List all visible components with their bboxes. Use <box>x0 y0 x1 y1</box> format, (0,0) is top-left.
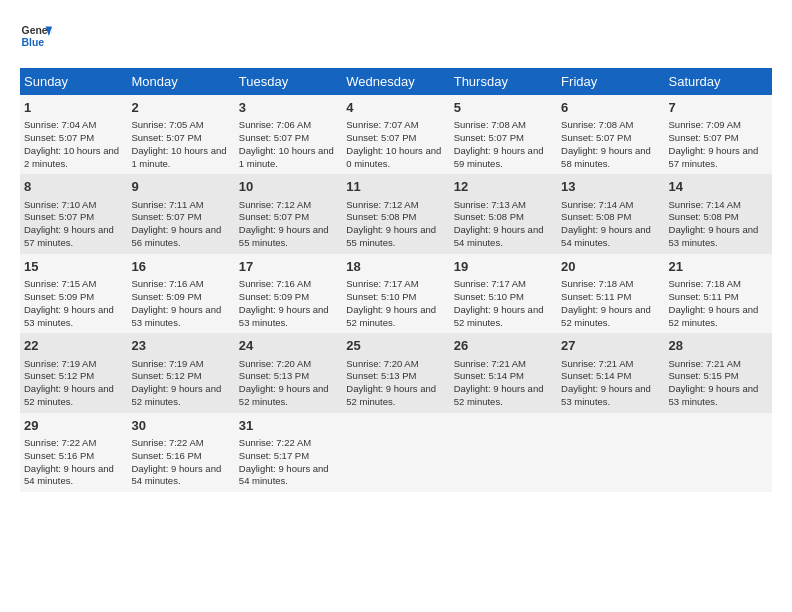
weekday-header-row: SundayMondayTuesdayWednesdayThursdayFrid… <box>20 68 772 95</box>
page-header: General Blue <box>20 20 772 52</box>
day-info: Sunrise: 7:12 AMSunset: 5:07 PMDaylight:… <box>239 199 338 250</box>
day-info: Sunrise: 7:18 AMSunset: 5:11 PMDaylight:… <box>561 278 660 329</box>
day-number: 5 <box>454 99 553 117</box>
week-row-1: 1Sunrise: 7:04 AMSunset: 5:07 PMDaylight… <box>20 95 772 174</box>
day-cell: 8Sunrise: 7:10 AMSunset: 5:07 PMDaylight… <box>20 174 127 253</box>
day-number: 20 <box>561 258 660 276</box>
day-info: Sunrise: 7:12 AMSunset: 5:08 PMDaylight:… <box>346 199 445 250</box>
day-number: 26 <box>454 337 553 355</box>
day-number: 23 <box>131 337 230 355</box>
day-number: 1 <box>24 99 123 117</box>
day-info: Sunrise: 7:20 AMSunset: 5:13 PMDaylight:… <box>346 358 445 409</box>
day-number: 4 <box>346 99 445 117</box>
day-cell: 3Sunrise: 7:06 AMSunset: 5:07 PMDaylight… <box>235 95 342 174</box>
week-row-3: 15Sunrise: 7:15 AMSunset: 5:09 PMDayligh… <box>20 254 772 333</box>
day-number: 31 <box>239 417 338 435</box>
calendar-table: SundayMondayTuesdayWednesdayThursdayFrid… <box>20 68 772 492</box>
day-cell: 24Sunrise: 7:20 AMSunset: 5:13 PMDayligh… <box>235 333 342 412</box>
day-info: Sunrise: 7:05 AMSunset: 5:07 PMDaylight:… <box>131 119 230 170</box>
day-number: 27 <box>561 337 660 355</box>
day-info: Sunrise: 7:04 AMSunset: 5:07 PMDaylight:… <box>24 119 123 170</box>
day-info: Sunrise: 7:07 AMSunset: 5:07 PMDaylight:… <box>346 119 445 170</box>
day-cell: 17Sunrise: 7:16 AMSunset: 5:09 PMDayligh… <box>235 254 342 333</box>
day-number: 3 <box>239 99 338 117</box>
day-number: 13 <box>561 178 660 196</box>
day-number: 18 <box>346 258 445 276</box>
day-number: 8 <box>24 178 123 196</box>
day-cell: 2Sunrise: 7:05 AMSunset: 5:07 PMDaylight… <box>127 95 234 174</box>
weekday-header-thursday: Thursday <box>450 68 557 95</box>
day-info: Sunrise: 7:21 AMSunset: 5:14 PMDaylight:… <box>561 358 660 409</box>
day-cell: 6Sunrise: 7:08 AMSunset: 5:07 PMDaylight… <box>557 95 664 174</box>
day-cell: 18Sunrise: 7:17 AMSunset: 5:10 PMDayligh… <box>342 254 449 333</box>
day-info: Sunrise: 7:16 AMSunset: 5:09 PMDaylight:… <box>239 278 338 329</box>
svg-text:Blue: Blue <box>22 37 45 48</box>
day-info: Sunrise: 7:11 AMSunset: 5:07 PMDaylight:… <box>131 199 230 250</box>
weekday-header-friday: Friday <box>557 68 664 95</box>
day-info: Sunrise: 7:20 AMSunset: 5:13 PMDaylight:… <box>239 358 338 409</box>
day-cell: 9Sunrise: 7:11 AMSunset: 5:07 PMDaylight… <box>127 174 234 253</box>
day-cell: 14Sunrise: 7:14 AMSunset: 5:08 PMDayligh… <box>665 174 772 253</box>
day-info: Sunrise: 7:13 AMSunset: 5:08 PMDaylight:… <box>454 199 553 250</box>
day-cell: 16Sunrise: 7:16 AMSunset: 5:09 PMDayligh… <box>127 254 234 333</box>
day-info: Sunrise: 7:21 AMSunset: 5:14 PMDaylight:… <box>454 358 553 409</box>
day-info: Sunrise: 7:19 AMSunset: 5:12 PMDaylight:… <box>131 358 230 409</box>
day-cell: 28Sunrise: 7:21 AMSunset: 5:15 PMDayligh… <box>665 333 772 412</box>
day-number: 28 <box>669 337 768 355</box>
day-cell: 4Sunrise: 7:07 AMSunset: 5:07 PMDaylight… <box>342 95 449 174</box>
day-cell: 29Sunrise: 7:22 AMSunset: 5:16 PMDayligh… <box>20 413 127 492</box>
day-number: 17 <box>239 258 338 276</box>
day-cell: 7Sunrise: 7:09 AMSunset: 5:07 PMDaylight… <box>665 95 772 174</box>
day-info: Sunrise: 7:19 AMSunset: 5:12 PMDaylight:… <box>24 358 123 409</box>
day-number: 22 <box>24 337 123 355</box>
day-cell: 20Sunrise: 7:18 AMSunset: 5:11 PMDayligh… <box>557 254 664 333</box>
day-info: Sunrise: 7:21 AMSunset: 5:15 PMDaylight:… <box>669 358 768 409</box>
day-cell: 25Sunrise: 7:20 AMSunset: 5:13 PMDayligh… <box>342 333 449 412</box>
weekday-header-monday: Monday <box>127 68 234 95</box>
day-info: Sunrise: 7:08 AMSunset: 5:07 PMDaylight:… <box>454 119 553 170</box>
week-row-2: 8Sunrise: 7:10 AMSunset: 5:07 PMDaylight… <box>20 174 772 253</box>
day-cell: 27Sunrise: 7:21 AMSunset: 5:14 PMDayligh… <box>557 333 664 412</box>
weekday-header-sunday: Sunday <box>20 68 127 95</box>
day-cell: 21Sunrise: 7:18 AMSunset: 5:11 PMDayligh… <box>665 254 772 333</box>
day-cell: 11Sunrise: 7:12 AMSunset: 5:08 PMDayligh… <box>342 174 449 253</box>
day-info: Sunrise: 7:10 AMSunset: 5:07 PMDaylight:… <box>24 199 123 250</box>
day-cell: 13Sunrise: 7:14 AMSunset: 5:08 PMDayligh… <box>557 174 664 253</box>
day-info: Sunrise: 7:22 AMSunset: 5:16 PMDaylight:… <box>24 437 123 488</box>
day-cell: 30Sunrise: 7:22 AMSunset: 5:16 PMDayligh… <box>127 413 234 492</box>
day-number: 30 <box>131 417 230 435</box>
weekday-header-tuesday: Tuesday <box>235 68 342 95</box>
day-cell <box>665 413 772 492</box>
day-cell <box>342 413 449 492</box>
day-info: Sunrise: 7:14 AMSunset: 5:08 PMDaylight:… <box>669 199 768 250</box>
day-cell: 26Sunrise: 7:21 AMSunset: 5:14 PMDayligh… <box>450 333 557 412</box>
day-cell: 22Sunrise: 7:19 AMSunset: 5:12 PMDayligh… <box>20 333 127 412</box>
day-info: Sunrise: 7:15 AMSunset: 5:09 PMDaylight:… <box>24 278 123 329</box>
day-number: 2 <box>131 99 230 117</box>
day-info: Sunrise: 7:16 AMSunset: 5:09 PMDaylight:… <box>131 278 230 329</box>
day-number: 6 <box>561 99 660 117</box>
day-info: Sunrise: 7:14 AMSunset: 5:08 PMDaylight:… <box>561 199 660 250</box>
day-cell: 31Sunrise: 7:22 AMSunset: 5:17 PMDayligh… <box>235 413 342 492</box>
day-info: Sunrise: 7:17 AMSunset: 5:10 PMDaylight:… <box>454 278 553 329</box>
day-cell: 10Sunrise: 7:12 AMSunset: 5:07 PMDayligh… <box>235 174 342 253</box>
day-number: 11 <box>346 178 445 196</box>
logo: General Blue <box>20 20 56 52</box>
day-cell: 15Sunrise: 7:15 AMSunset: 5:09 PMDayligh… <box>20 254 127 333</box>
day-number: 12 <box>454 178 553 196</box>
day-cell <box>557 413 664 492</box>
day-number: 15 <box>24 258 123 276</box>
weekday-header-wednesday: Wednesday <box>342 68 449 95</box>
day-cell: 5Sunrise: 7:08 AMSunset: 5:07 PMDaylight… <box>450 95 557 174</box>
day-info: Sunrise: 7:22 AMSunset: 5:17 PMDaylight:… <box>239 437 338 488</box>
day-cell: 12Sunrise: 7:13 AMSunset: 5:08 PMDayligh… <box>450 174 557 253</box>
day-number: 7 <box>669 99 768 117</box>
day-info: Sunrise: 7:22 AMSunset: 5:16 PMDaylight:… <box>131 437 230 488</box>
day-cell <box>450 413 557 492</box>
day-number: 25 <box>346 337 445 355</box>
day-cell: 23Sunrise: 7:19 AMSunset: 5:12 PMDayligh… <box>127 333 234 412</box>
week-row-4: 22Sunrise: 7:19 AMSunset: 5:12 PMDayligh… <box>20 333 772 412</box>
day-info: Sunrise: 7:17 AMSunset: 5:10 PMDaylight:… <box>346 278 445 329</box>
day-number: 10 <box>239 178 338 196</box>
day-number: 24 <box>239 337 338 355</box>
